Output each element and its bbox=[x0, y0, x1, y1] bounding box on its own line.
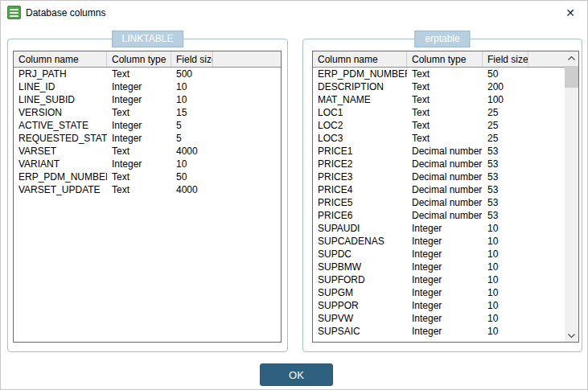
cell-column-name: PRICE3 bbox=[313, 170, 407, 183]
cell-filler bbox=[528, 68, 565, 80]
table-row[interactable]: PRICE1Decimal number53 bbox=[313, 145, 565, 158]
table-row[interactable]: LINE_SUBIDInteger10 bbox=[14, 93, 281, 106]
table-row[interactable]: PRICE6Decimal number53 bbox=[313, 209, 565, 222]
cell-column-name: SUPGM bbox=[313, 286, 407, 299]
linktable-columns-table: Column name Column type Field size PRJ_P… bbox=[13, 51, 282, 343]
table-row[interactable]: LOC2Text25 bbox=[313, 119, 565, 132]
cell-column-type: Integer bbox=[407, 222, 483, 235]
header-column-name[interactable]: Column name bbox=[313, 51, 407, 67]
database-icon bbox=[7, 6, 21, 19]
cell-column-type: Integer bbox=[107, 158, 171, 170]
cell-column-type: Integer bbox=[107, 93, 171, 106]
cell-field-size: 53 bbox=[483, 170, 528, 183]
table-row[interactable]: SUPGMInteger10 bbox=[313, 286, 565, 299]
database-columns-dialog: Database columns ✕ LINKTABLE Column name… bbox=[0, 0, 588, 390]
cell-field-size: 50 bbox=[171, 170, 213, 183]
table-row[interactable]: PRICE4Decimal number53 bbox=[313, 183, 565, 196]
cell-filler bbox=[528, 222, 565, 235]
table-row[interactable]: SUPFORDInteger10 bbox=[313, 273, 565, 286]
cell-column-type: Integer bbox=[407, 248, 483, 261]
cell-filler bbox=[213, 119, 281, 132]
vertical-scrollbar[interactable] bbox=[565, 51, 578, 342]
cell-column-type: Decimal number bbox=[407, 196, 483, 209]
table-row[interactable]: REQUESTED_STATEInteger5 bbox=[14, 132, 281, 145]
table-row[interactable]: VARIANTInteger10 bbox=[14, 158, 281, 170]
cell-field-size: 53 bbox=[483, 196, 528, 209]
ok-button[interactable]: OK bbox=[260, 363, 333, 386]
cell-field-size: 25 bbox=[483, 132, 528, 145]
cell-column-type: Integer bbox=[407, 261, 483, 273]
cell-field-size: 53 bbox=[483, 158, 528, 170]
header-column-type[interactable]: Column type bbox=[107, 51, 171, 67]
cell-column-name: VERSION bbox=[14, 106, 107, 119]
table-row[interactable]: PRJ_PATHText500 bbox=[14, 68, 281, 80]
table-row[interactable]: ERP_PDM_NUMBERText50 bbox=[313, 68, 565, 80]
cell-filler bbox=[213, 145, 281, 158]
cell-field-size: 10 bbox=[483, 222, 528, 235]
table-row[interactable]: SUPBMWInteger10 bbox=[313, 261, 565, 273]
cell-column-type: Text bbox=[407, 132, 483, 145]
table-row[interactable]: VARSETText4000 bbox=[14, 145, 281, 158]
cell-column-type: Decimal number bbox=[407, 183, 483, 196]
header-column-type[interactable]: Column type bbox=[407, 51, 483, 67]
cell-column-type: Integer bbox=[407, 312, 483, 325]
table-row[interactable]: ERP_PDM_NUMBERText50 bbox=[14, 170, 281, 183]
cell-column-name: PRICE4 bbox=[313, 183, 407, 196]
cell-field-size: 53 bbox=[483, 209, 528, 222]
cell-column-type: Integer bbox=[407, 286, 483, 299]
scroll-up-icon[interactable] bbox=[565, 51, 578, 64]
cell-field-size: 15 bbox=[171, 106, 213, 119]
table-row[interactable]: LOC1Text25 bbox=[313, 106, 565, 119]
cell-column-type: Text bbox=[107, 170, 171, 183]
cell-filler bbox=[528, 299, 565, 312]
table-row[interactable]: SUPCADENASInteger10 bbox=[313, 235, 565, 248]
cell-column-name: LOC2 bbox=[313, 119, 407, 132]
cell-column-name: PRICE1 bbox=[313, 145, 407, 158]
table-row[interactable]: DESCRIPTIONText200 bbox=[313, 80, 565, 93]
table-header-row: Column name Column type Field size bbox=[313, 51, 565, 68]
close-icon[interactable]: ✕ bbox=[562, 5, 578, 21]
table-row[interactable]: SUPAUDIInteger10 bbox=[313, 222, 565, 235]
header-field-size[interactable]: Field size bbox=[171, 51, 213, 67]
table-row[interactable]: PRICE2Decimal number53 bbox=[313, 158, 565, 170]
cell-field-size: 5 bbox=[171, 119, 213, 132]
header-field-size[interactable]: Field size bbox=[483, 51, 528, 67]
table-row[interactable]: PRICE5Decimal number53 bbox=[313, 196, 565, 209]
scroll-down-icon[interactable] bbox=[565, 329, 578, 342]
erptable-label: erptable bbox=[414, 31, 470, 47]
cell-filler bbox=[528, 248, 565, 261]
cell-filler bbox=[528, 80, 565, 93]
cell-filler bbox=[213, 170, 281, 183]
cell-filler bbox=[528, 106, 565, 119]
cell-filler bbox=[528, 170, 565, 183]
cell-field-size: 500 bbox=[171, 68, 213, 80]
cell-field-size: 10 bbox=[483, 261, 528, 273]
header-column-name[interactable]: Column name bbox=[14, 51, 107, 67]
table-row[interactable]: SUPSAICInteger10 bbox=[313, 325, 565, 338]
table-row[interactable]: VARSET_UPDATEText4000 bbox=[14, 183, 281, 196]
cell-column-type: Text bbox=[407, 119, 483, 132]
table-row[interactable]: PRICE3Decimal number53 bbox=[313, 170, 565, 183]
cell-column-name: SUPFORD bbox=[313, 273, 407, 286]
scrollbar-thumb[interactable] bbox=[565, 66, 578, 88]
erptable-columns-table: Column name Column type Field size ERP_P… bbox=[312, 51, 579, 343]
cell-filler bbox=[528, 209, 565, 222]
table-row[interactable]: ACTIVE_STATEInteger5 bbox=[14, 119, 281, 132]
table-row[interactable]: SUPVWInteger10 bbox=[313, 312, 565, 325]
cell-filler bbox=[213, 158, 281, 170]
cell-column-name: PRICE2 bbox=[313, 158, 407, 170]
table-row[interactable]: VERSIONText15 bbox=[14, 106, 281, 119]
table-row[interactable]: MAT_NAMEText100 bbox=[313, 93, 565, 106]
cell-filler bbox=[528, 119, 565, 132]
table-row[interactable]: SUPPORInteger10 bbox=[313, 299, 565, 312]
cell-field-size: 10 bbox=[483, 235, 528, 248]
table-row[interactable]: LOC3Text25 bbox=[313, 132, 565, 145]
cell-field-size: 25 bbox=[483, 106, 528, 119]
table-row[interactable]: LINE_IDInteger10 bbox=[14, 80, 281, 93]
cell-column-type: Integer bbox=[407, 325, 483, 338]
cell-filler bbox=[213, 183, 281, 196]
cell-column-name: ACTIVE_STATE bbox=[14, 119, 107, 132]
cell-column-type: Text bbox=[107, 106, 171, 119]
table-row[interactable]: SUPDCInteger10 bbox=[313, 248, 565, 261]
cell-column-type: Integer bbox=[407, 299, 483, 312]
